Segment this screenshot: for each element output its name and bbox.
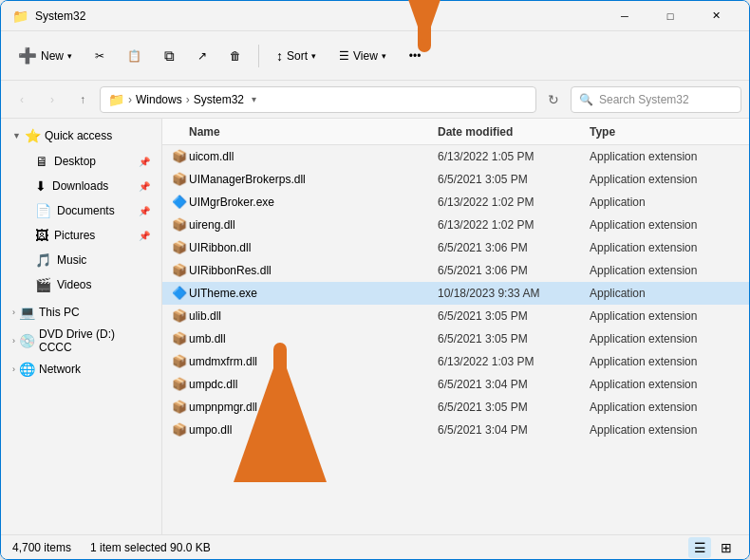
file-type: Application extension [590, 218, 741, 232]
quick-access-icon: ⭐ [25, 128, 41, 143]
file-type-icon: 📦 [170, 240, 189, 254]
quick-access-section: ▼ ⭐ Quick access 🖥 Desktop 📌 ⬇ Downloads… [1, 122, 161, 297]
documents-label: Documents [57, 204, 133, 217]
cut-button[interactable]: ✂ [85, 39, 114, 73]
file-type: Application extension [590, 378, 741, 391]
this-pc-label: This PC [39, 306, 150, 319]
file-type-icon: 📦 [170, 217, 189, 232]
view-button[interactable]: ☰ View ▾ [329, 39, 396, 73]
network-section: › 🌐 Network [1, 356, 161, 383]
delete-icon: 🗑 [230, 49, 241, 63]
copy-icon: 📋 [127, 49, 141, 63]
pictures-label: Pictures [54, 229, 133, 242]
maximize-button[interactable]: □ [648, 1, 692, 31]
this-pc-section: › 💻 This PC [1, 299, 161, 326]
path-dropdown-icon: ▾ [252, 94, 256, 104]
file-date: 6/13/2022 1:02 PM [438, 196, 590, 209]
minimize-button[interactable]: ─ [603, 1, 647, 31]
dvd-header[interactable]: › 💿 DVD Drive (D:) CCCC [5, 327, 158, 354]
network-label: Network [39, 363, 150, 376]
sidebar-item-desktop[interactable]: 🖥 Desktop 📌 [5, 149, 158, 174]
network-header[interactable]: › 🌐 Network [5, 356, 158, 383]
path-child: System32 [194, 93, 244, 106]
sidebar-item-music[interactable]: 🎵 Music [5, 248, 158, 272]
table-row[interactable]: 📦 UIRibbon.dll 6/5/2021 3:06 PM Applicat… [162, 236, 749, 259]
table-row[interactable]: 🔷 UIMgrBroker.exe 6/13/2022 1:02 PM Appl… [162, 191, 749, 214]
selection-info: 1 item selected 90.0 KB [90, 541, 211, 554]
refresh-button[interactable]: ↻ [540, 86, 567, 113]
up-button[interactable]: ↑ [69, 86, 96, 113]
music-icon: 🎵 [35, 252, 51, 268]
toolbar-separator [258, 45, 259, 67]
sidebar-item-downloads[interactable]: ⬇ Downloads 📌 [5, 174, 158, 198]
this-pc-header[interactable]: › 💻 This PC [5, 299, 158, 326]
paste-icon: ⧉ [164, 47, 175, 65]
table-row[interactable]: 📦 umdmxfrm.dll 6/13/2022 1:03 PM Applica… [162, 350, 749, 373]
videos-icon: 🎬 [35, 277, 51, 292]
forward-button[interactable]: › [39, 86, 66, 113]
sidebar-item-videos[interactable]: 🎬 Videos [5, 272, 158, 297]
table-row[interactable]: 📦 umpdc.dll 6/5/2021 3:04 PM Application… [162, 373, 749, 396]
desktop-pin-icon: 📌 [139, 157, 150, 167]
file-list-header: Name Date modified Type [162, 119, 749, 145]
file-date: 6/5/2021 3:04 PM [438, 423, 590, 437]
videos-label: Videos [57, 278, 150, 291]
list-view-button[interactable]: ☰ [688, 537, 711, 558]
network-expand-icon: › [12, 364, 15, 374]
file-name: umb.dll [189, 332, 438, 345]
share-button[interactable]: ↗ [188, 39, 216, 73]
pictures-pin-icon: 📌 [139, 231, 150, 241]
copy-button[interactable]: 📋 [118, 39, 151, 73]
quick-access-header[interactable]: ▼ ⭐ Quick access [5, 122, 158, 149]
delete-button[interactable]: 🗑 [220, 39, 251, 73]
file-name: UIMgrBroker.exe [189, 196, 438, 209]
file-type: Application extension [590, 241, 741, 254]
dvd-icon: 💿 [19, 333, 35, 348]
item-count: 4,700 items [12, 541, 71, 554]
file-name: uireng.dll [189, 218, 438, 232]
file-name: ulib.dll [189, 309, 438, 323]
new-label: New [41, 49, 64, 63]
table-row[interactable]: 📦 UIManagerBrokerps.dll 6/5/2021 3:05 PM… [162, 168, 749, 191]
paste-button[interactable]: ⧉ [155, 39, 184, 73]
dvd-label: DVD Drive (D:) CCCC [39, 327, 150, 354]
table-row[interactable]: 📦 umb.dll 6/5/2021 3:05 PM Application e… [162, 327, 749, 350]
file-name: umpo.dll [189, 423, 438, 437]
more-button[interactable]: ••• [400, 39, 431, 73]
documents-icon: 📄 [35, 203, 51, 218]
toolbar: ➕ New ▾ ✂ 📋 ⧉ ↗ 🗑 ↕ Sort ▾ ☰ View ▾ [1, 31, 749, 81]
sidebar-item-pictures[interactable]: 🖼 Pictures 📌 [5, 223, 158, 248]
new-chevron: ▾ [67, 51, 72, 61]
address-path[interactable]: 📁 › Windows › System32 ▾ [100, 86, 536, 113]
table-row[interactable]: 📦 uicom.dll 6/13/2022 1:05 PM Applicatio… [162, 145, 749, 168]
sort-button[interactable]: ↕ Sort ▾ [267, 39, 326, 73]
share-icon: ↗ [197, 49, 207, 63]
file-date: 6/13/2022 1:03 PM [438, 355, 590, 368]
window-title: System32 [35, 9, 603, 23]
close-button[interactable]: ✕ [694, 1, 738, 31]
sidebar-item-documents[interactable]: 📄 Documents 📌 [5, 198, 158, 223]
downloads-pin-icon: 📌 [139, 181, 150, 192]
search-box[interactable]: 🔍 Search System32 [571, 86, 741, 113]
col-date-header: Date modified [438, 125, 590, 139]
col-name-header: Name [170, 125, 438, 139]
table-row[interactable]: 🔷 UITheme.exe 10/18/2023 9:33 AM Applica… [162, 282, 749, 305]
table-row[interactable]: 📦 umpnpmgr.dll 6/5/2021 3:05 PM Applicat… [162, 396, 749, 419]
file-date: 6/13/2022 1:02 PM [438, 218, 590, 232]
network-icon: 🌐 [19, 362, 35, 377]
file-date: 10/18/2023 9:33 AM [438, 287, 590, 300]
back-button[interactable]: ‹ [9, 86, 35, 113]
table-row[interactable]: 📦 ulib.dll 6/5/2021 3:05 PM Application … [162, 305, 749, 327]
desktop-label: Desktop [54, 155, 133, 168]
new-button[interactable]: ➕ New ▾ [9, 39, 82, 73]
file-type: Application extension [590, 264, 741, 277]
dvd-expand-icon: › [12, 336, 15, 345]
table-row[interactable]: 📦 uireng.dll 6/13/2022 1:02 PM Applicati… [162, 214, 749, 236]
file-type-icon: 📦 [170, 400, 189, 414]
cut-icon: ✂ [95, 49, 104, 63]
file-date: 6/5/2021 3:05 PM [438, 309, 590, 323]
table-row[interactable]: 📦 umpo.dll 6/5/2021 3:04 PM Application … [162, 419, 749, 441]
details-view-button[interactable]: ⊞ [715, 537, 738, 558]
view-toggle: ☰ ⊞ [688, 537, 738, 558]
table-row[interactable]: 📦 UIRibbonRes.dll 6/5/2021 3:06 PM Appli… [162, 259, 749, 282]
